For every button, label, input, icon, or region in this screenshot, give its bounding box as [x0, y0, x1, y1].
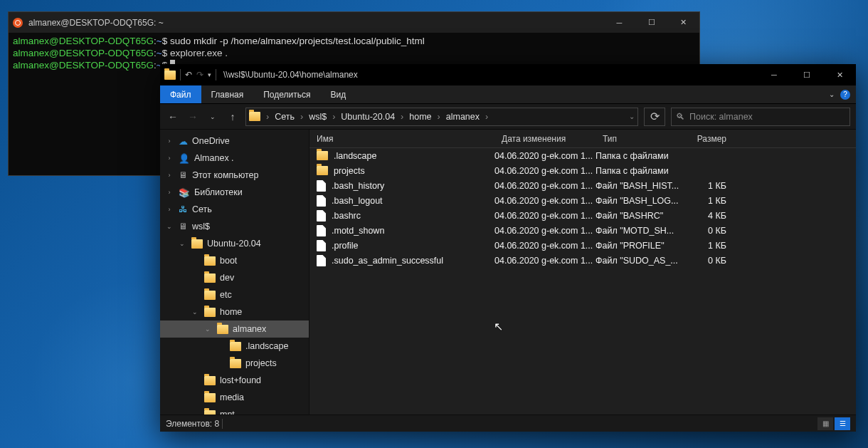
tree-item[interactable]: projects — [160, 355, 309, 372]
file-row[interactable]: .motd_shown04.06.2020 g-ek.com 1...Файл … — [309, 223, 856, 238]
tree-label: OneDrive — [192, 136, 230, 146]
chevron-right-icon[interactable]: › — [265, 112, 270, 122]
folder-icon — [230, 342, 241, 351]
tree-item[interactable]: ⌄almanex — [160, 321, 309, 338]
col-size[interactable]: Размер — [679, 134, 736, 144]
search-input[interactable]: 🔍︎ Поиск: almanex — [671, 108, 850, 126]
help-icon[interactable]: ? — [840, 90, 850, 100]
tab-home[interactable]: Главная — [201, 85, 254, 103]
tree-item[interactable]: boot — [160, 252, 309, 269]
ribbon-collapse-icon[interactable]: ⌄ — [829, 90, 835, 98]
tree-twisty-icon[interactable]: › — [164, 206, 174, 213]
chevron-right-icon[interactable]: › — [484, 112, 489, 122]
file-row[interactable]: .bash_logout04.06.2020 g-ek.com 1...Файл… — [309, 193, 856, 208]
refresh-button[interactable]: ⟳ — [644, 108, 665, 126]
tree-twisty-icon[interactable]: ⌄ — [203, 325, 213, 333]
tree-item[interactable]: mnt — [160, 406, 309, 415]
file-icon — [317, 210, 326, 222]
tab-view[interactable]: Вид — [320, 85, 356, 103]
file-icon — [317, 255, 326, 266]
forward-button[interactable]: → — [186, 111, 200, 123]
tree-item[interactable]: dev — [160, 269, 309, 286]
file-row[interactable]: projects04.06.2020 g-ek.com 1...Папка с … — [309, 163, 856, 178]
column-headers[interactable]: Имя Дата изменения Тип Размер — [309, 130, 856, 148]
tree-label: Ubuntu-20.04 — [207, 239, 261, 249]
file-type: Папка с файлами — [596, 151, 679, 161]
nav-tree[interactable]: ›☁OneDrive›👤Almanex .›🖥Этот компьютер›📚Б… — [160, 130, 309, 415]
back-button[interactable]: ← — [166, 111, 180, 123]
minimize-button[interactable]: ─ — [603, 12, 635, 33]
crumb[interactable]: wsl$ — [306, 112, 329, 122]
tree-twisty-icon[interactable]: › — [164, 172, 174, 179]
col-name[interactable]: Имя — [309, 134, 494, 144]
view-details-button[interactable]: ☰ — [835, 417, 850, 430]
tab-share[interactable]: Поделиться — [253, 85, 320, 103]
explorer-titlebar[interactable]: ↶ ↷ ▾ \\wsl$\Ubuntu-20.04\home\almanex ─… — [160, 64, 856, 85]
tree-item[interactable]: ⌄home — [160, 303, 309, 321]
tree-twisty-icon[interactable]: › — [164, 137, 174, 145]
up-button[interactable]: ↑ — [226, 111, 240, 123]
address-dropdown-icon[interactable]: ⌄ — [629, 113, 635, 120]
tree-item[interactable]: ›🖧Сеть — [160, 201, 309, 218]
tree-item[interactable]: ›🖥Этот компьютер — [160, 167, 309, 184]
chevron-right-icon[interactable]: › — [331, 112, 337, 122]
crumb[interactable]: Сеть — [272, 112, 297, 122]
terminal-titlebar[interactable]: almanex@DESKTOP-ODQT65G: ~ ─ ☐ ✕ — [9, 12, 699, 33]
redo-icon[interactable]: ↷ — [196, 70, 203, 80]
tab-file[interactable]: Файл — [160, 85, 201, 103]
explorer-window: ↶ ↷ ▾ \\wsl$\Ubuntu-20.04\home\almanex ─… — [160, 64, 856, 432]
tree-item[interactable]: ⌄🖥wsl$ — [160, 218, 309, 235]
file-name: .bashrc — [332, 211, 361, 221]
tree-twisty-icon[interactable]: ⌄ — [177, 240, 187, 247]
file-row[interactable]: .bashrc04.06.2020 g-ek.com 1...Файл "BAS… — [309, 208, 856, 223]
recent-dropdown-icon[interactable]: ⌄ — [206, 113, 220, 120]
tree-item[interactable]: ›☁OneDrive — [160, 132, 309, 150]
folder-icon — [204, 376, 216, 385]
tree-item[interactable]: .landscape — [160, 338, 309, 355]
file-rows[interactable]: .landscape04.06.2020 g-ek.com 1...Папка … — [309, 148, 856, 415]
tree-item[interactable]: lost+found — [160, 372, 309, 389]
tree-item[interactable]: etc — [160, 286, 309, 303]
chevron-right-icon[interactable]: › — [299, 112, 305, 122]
file-row[interactable]: .landscape04.06.2020 g-ek.com 1...Папка … — [309, 148, 856, 163]
file-name: .sudo_as_admin_successful — [332, 256, 443, 266]
file-row[interactable]: .sudo_as_admin_successful04.06.2020 g-ek… — [309, 253, 856, 268]
tree-item[interactable]: ›📚Библиотеки — [160, 184, 309, 201]
minimize-button[interactable]: ─ — [758, 64, 790, 85]
chevron-right-icon[interactable]: › — [436, 112, 442, 122]
tree-twisty-icon[interactable]: ⌄ — [164, 223, 174, 230]
file-type: Папка с файлами — [596, 166, 679, 176]
close-button[interactable]: ✕ — [667, 12, 699, 33]
close-button[interactable]: ✕ — [823, 64, 856, 85]
maximize-button[interactable]: ☐ — [635, 12, 667, 33]
col-type[interactable]: Тип — [596, 134, 679, 144]
chevron-right-icon[interactable]: › — [399, 112, 405, 122]
tree-item[interactable]: ⌄Ubuntu-20.04 — [160, 235, 309, 252]
ribbon: Файл Главная Поделиться Вид ⌄ ? — [160, 85, 856, 104]
crumb[interactable]: home — [406, 112, 434, 122]
chevron-down-icon[interactable]: ▾ — [208, 71, 211, 78]
undo-icon[interactable]: ↶ — [185, 70, 192, 80]
user-icon: 👤 — [179, 153, 190, 164]
tree-twisty-icon[interactable]: › — [164, 189, 174, 196]
col-date[interactable]: Дата изменения — [494, 134, 596, 144]
tree-item[interactable]: ›👤Almanex . — [160, 150, 309, 167]
tree-twisty-icon[interactable]: › — [164, 155, 174, 162]
maximize-button[interactable]: ☐ — [790, 64, 823, 85]
folder-icon — [317, 166, 328, 175]
tree-label: almanex — [233, 324, 266, 334]
file-date: 04.06.2020 g-ek.com 1... — [494, 196, 596, 206]
breadcrumb[interactable]: › Сеть›wsl$›Ubuntu-20.04›home›almanex›⌄ — [245, 108, 638, 126]
crumb[interactable]: almanex — [443, 112, 482, 122]
search-placeholder: Поиск: almanex — [689, 112, 753, 122]
file-row[interactable]: .profile04.06.2020 g-ek.com 1...Файл "PR… — [309, 238, 856, 253]
file-icon — [317, 225, 326, 236]
file-row[interactable]: .bash_history04.06.2020 g-ek.com 1...Фай… — [309, 178, 856, 193]
tree-label: Этот компьютер — [192, 170, 258, 180]
status-bar: Элементов: 8 ▦ ☰ — [160, 415, 856, 432]
view-large-icons-button[interactable]: ▦ — [817, 417, 833, 430]
tree-twisty-icon[interactable]: ⌄ — [190, 308, 200, 316]
tree-item[interactable]: media — [160, 389, 309, 406]
file-date: 04.06.2020 g-ek.com 1... — [494, 166, 596, 176]
crumb[interactable]: Ubuntu-20.04 — [338, 112, 398, 122]
